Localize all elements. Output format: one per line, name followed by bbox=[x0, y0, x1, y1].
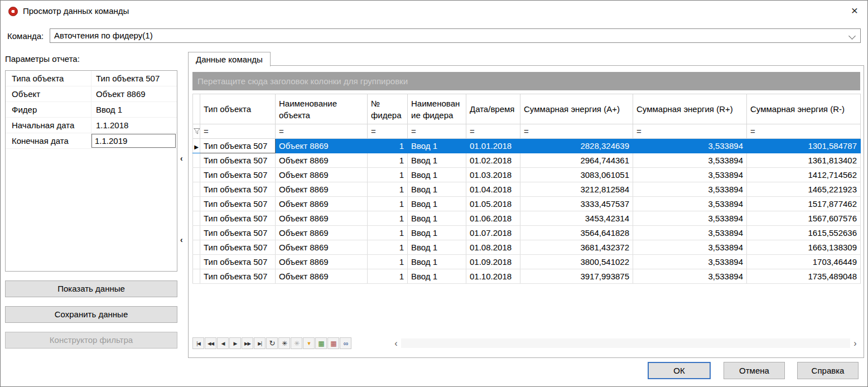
filter-cell[interactable]: = bbox=[368, 124, 408, 139]
grid-cell[interactable]: 1361,813402 bbox=[747, 153, 861, 168]
nav-next-button[interactable]: ▶ bbox=[229, 337, 241, 349]
table-row[interactable]: Тип объекта 507Объект 88691Ввод 101.10.2… bbox=[193, 269, 861, 284]
table-row[interactable]: Тип объекта 507Объект 88691Ввод 101.06.2… bbox=[193, 211, 861, 226]
grid-cell[interactable]: 3564,641828 bbox=[520, 226, 633, 240]
grid-cell[interactable]: Тип объекта 507 bbox=[200, 182, 276, 197]
column-header[interactable]: Суммарная энергия (R+) bbox=[633, 94, 747, 124]
grid-cell[interactable]: 1703,46449 bbox=[747, 255, 861, 269]
grid-cell[interactable]: 1412,714562 bbox=[747, 168, 861, 182]
grid-cell[interactable]: 2828,324639 bbox=[520, 139, 633, 153]
column-header[interactable]: Суммарная энергия (R-) bbox=[747, 94, 861, 124]
nav-prior-page-button[interactable]: ◀◀ bbox=[205, 337, 216, 349]
param-value[interactable]: Тип объекта 507 bbox=[91, 71, 177, 86]
collapse-left-icon[interactable]: ‹ bbox=[180, 235, 183, 244]
nav-filter-button[interactable]: ▼ bbox=[303, 337, 315, 349]
grid-cell[interactable]: 1 bbox=[368, 182, 408, 197]
column-header[interactable]: Дата/время bbox=[466, 94, 520, 124]
grid-cell[interactable]: Ввод 1 bbox=[408, 168, 466, 182]
param-row[interactable]: Начальная дата1.1.2018 bbox=[6, 118, 177, 133]
horizontal-scrollbar[interactable]: ‹ › bbox=[391, 337, 860, 349]
grid-cell[interactable]: 1 bbox=[368, 168, 408, 182]
param-name[interactable]: Конечная дата bbox=[6, 133, 91, 148]
grid-cell[interactable]: 3,533894 bbox=[633, 211, 747, 226]
filter-cell[interactable]: = bbox=[633, 124, 747, 139]
param-name[interactable]: Объект bbox=[6, 86, 91, 101]
grid-cell[interactable]: 3212,812584 bbox=[520, 182, 633, 197]
grid-cell[interactable]: Ввод 1 bbox=[408, 153, 466, 168]
grid-cell[interactable]: Тип объекта 507 bbox=[200, 211, 276, 226]
grid-cell[interactable]: 3453,42314 bbox=[520, 211, 633, 226]
column-header[interactable]: Суммарная энергия (A+) bbox=[520, 94, 633, 124]
grid-cell[interactable]: 1663,138309 bbox=[747, 240, 861, 255]
grid-cell[interactable]: Ввод 1 bbox=[408, 211, 466, 226]
grid-cell[interactable]: Тип объекта 507 bbox=[200, 240, 276, 255]
grid-cell[interactable]: 01.05.2018 bbox=[466, 197, 520, 211]
scroll-left-icon[interactable]: ‹ bbox=[391, 337, 401, 349]
table-row[interactable]: Тип объекта 507Объект 88691Ввод 101.02.2… bbox=[193, 153, 861, 168]
table-row[interactable]: Тип объекта 507Объект 88691Ввод 101.09.2… bbox=[193, 255, 861, 269]
grid-cell[interactable]: Ввод 1 bbox=[408, 226, 466, 240]
grid-cell[interactable]: Объект 8869 bbox=[276, 255, 368, 269]
param-row[interactable]: ОбъектОбъект 8869 bbox=[6, 86, 177, 102]
table-row[interactable]: Тип объекта 507Объект 88691Ввод 101.03.2… bbox=[193, 168, 861, 182]
grid-cell[interactable]: 3917,993875 bbox=[520, 269, 633, 284]
nav-prior-button[interactable]: ◀ bbox=[217, 337, 229, 349]
grid-cell[interactable]: Тип объекта 507 bbox=[200, 153, 276, 168]
filter-cell[interactable]: = bbox=[408, 124, 466, 139]
nav-last-button[interactable]: ▶| bbox=[254, 337, 266, 349]
grid-cell[interactable]: 01.06.2018 bbox=[466, 211, 520, 226]
ok-button[interactable]: ОК bbox=[648, 362, 711, 379]
grid-cell[interactable]: Ввод 1 bbox=[408, 240, 466, 255]
group-by-panel[interactable]: Перетащите сюда заголовок колонки для гр… bbox=[192, 72, 860, 90]
filter-cell[interactable]: = bbox=[200, 124, 276, 139]
grid-cell[interactable]: 2964,744361 bbox=[520, 153, 633, 168]
grid-cell[interactable]: Объект 8869 bbox=[276, 153, 368, 168]
nav-refresh-button[interactable]: ↻ bbox=[266, 337, 278, 349]
grid-cell[interactable]: 1 bbox=[368, 255, 408, 269]
scrollbar-track[interactable] bbox=[401, 338, 850, 348]
collapse-left-icon[interactable]: ‹ bbox=[180, 154, 183, 163]
grid-cell[interactable]: 01.07.2018 bbox=[466, 226, 520, 240]
param-value[interactable]: Объект 8869 bbox=[91, 86, 177, 101]
show-data-button[interactable]: Показать данные bbox=[5, 280, 177, 297]
grid-cell[interactable]: Тип объекта 507 bbox=[200, 197, 276, 211]
grid-cell[interactable]: 1301,584787 bbox=[747, 139, 861, 153]
grid-cell[interactable]: 3681,432372 bbox=[520, 240, 633, 255]
grid-cell[interactable]: Ввод 1 bbox=[408, 139, 466, 153]
grid-cell[interactable]: Ввод 1 bbox=[408, 197, 466, 211]
grid-cell[interactable]: 3083,061051 bbox=[520, 168, 633, 182]
grid-cell[interactable]: 01.01.2018 bbox=[466, 139, 520, 153]
grid-cell[interactable]: 1 bbox=[368, 211, 408, 226]
grid-cell[interactable]: 3,533894 bbox=[633, 240, 747, 255]
grid-cell[interactable]: 3,533894 bbox=[633, 153, 747, 168]
grid-cell[interactable]: Тип объекта 507 bbox=[200, 139, 276, 153]
param-name[interactable]: Начальная дата bbox=[6, 118, 91, 133]
grid-cell[interactable]: 1 bbox=[368, 139, 408, 153]
grid-cell[interactable]: 01.08.2018 bbox=[466, 240, 520, 255]
grid-cell[interactable]: Объект 8869 bbox=[276, 211, 368, 226]
nav-post-button[interactable]: ✳ bbox=[278, 337, 290, 349]
param-value-editor[interactable]: 1.1.2019 bbox=[91, 134, 176, 148]
grid-cell[interactable]: Объект 8869 bbox=[276, 240, 368, 255]
grid-cell[interactable]: 01.04.2018 bbox=[466, 182, 520, 197]
grid-cell[interactable]: Объект 8869 bbox=[276, 182, 368, 197]
tab-command-data[interactable]: Данные команды bbox=[188, 52, 271, 66]
nav-cancel-button[interactable]: ✳ bbox=[291, 337, 302, 349]
table-row[interactable]: Тип объекта 507Объект 88691Ввод 101.04.2… bbox=[193, 182, 861, 197]
grid-cell[interactable]: 1 bbox=[368, 226, 408, 240]
grid-cell[interactable]: Тип объекта 507 bbox=[200, 226, 276, 240]
grid-cell[interactable]: 01.03.2018 bbox=[466, 168, 520, 182]
grid-cell[interactable]: 1 bbox=[368, 197, 408, 211]
panel-splitter[interactable]: ‹ ‹ bbox=[179, 70, 187, 272]
filter-cell[interactable]: = bbox=[466, 124, 520, 139]
nav-search-button[interactable]: ∞ bbox=[340, 337, 351, 349]
grid-cell[interactable]: Объект 8869 bbox=[276, 269, 368, 284]
save-data-button[interactable]: Сохранить данные bbox=[5, 306, 177, 323]
command-combobox[interactable]: Авточтения по фидеру(1) bbox=[50, 28, 861, 43]
grid-cell[interactable]: 1 bbox=[368, 153, 408, 168]
param-row[interactable]: ФидерВвод 1 bbox=[6, 102, 177, 118]
filter-cell[interactable]: = bbox=[520, 124, 633, 139]
grid-cell[interactable]: Тип объекта 507 bbox=[200, 168, 276, 182]
param-name[interactable]: Фидер bbox=[6, 102, 91, 117]
param-name[interactable]: Типа объекта bbox=[6, 71, 91, 86]
